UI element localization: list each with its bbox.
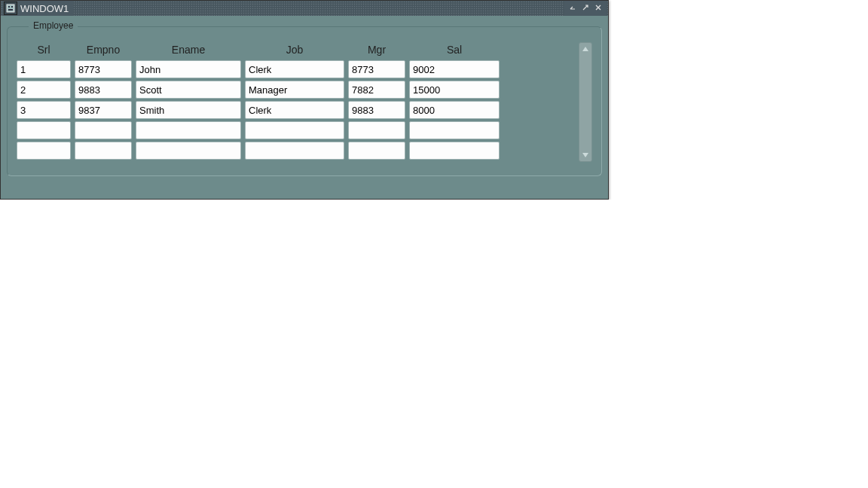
table-row — [17, 81, 574, 99]
mgr-input[interactable] — [348, 81, 405, 99]
sal-input[interactable] — [409, 81, 500, 99]
mgr-input[interactable] — [348, 60, 405, 78]
close-icon[interactable] — [593, 3, 604, 14]
empno-input[interactable] — [75, 142, 132, 160]
sal-input[interactable] — [409, 142, 500, 160]
window-body: Employee Srl Empno Ename Job Mgr Sal — [1, 16, 608, 199]
employee-fieldset: Employee Srl Empno Ename Job Mgr Sal — [7, 26, 602, 176]
sal-input[interactable] — [409, 60, 500, 78]
maximize-icon[interactable] — [580, 3, 591, 14]
fieldset-legend: Employee — [29, 20, 78, 31]
table-row — [17, 101, 574, 119]
empno-input[interactable] — [75, 101, 132, 119]
mgr-input[interactable] — [348, 142, 405, 160]
job-input[interactable] — [245, 121, 344, 139]
job-input[interactable] — [245, 81, 344, 99]
ename-input[interactable] — [136, 142, 241, 160]
window-title: WINDOW1 — [20, 3, 69, 14]
window: WINDOW1 Employee Srl Empno Ename — [0, 0, 609, 200]
ename-input[interactable] — [136, 81, 241, 99]
empno-input[interactable] — [75, 81, 132, 99]
col-header-mgr: Mgr — [348, 42, 405, 57]
srl-input[interactable] — [17, 121, 71, 139]
employee-table: Srl Empno Ename Job Mgr Sal — [17, 42, 574, 162]
job-input[interactable] — [245, 101, 344, 119]
table-row — [17, 60, 574, 78]
col-header-srl: Srl — [17, 42, 71, 57]
table-row — [17, 142, 574, 160]
svg-rect-3 — [8, 9, 13, 11]
srl-input[interactable] — [17, 142, 71, 160]
ename-input[interactable] — [136, 101, 241, 119]
svg-rect-2 — [11, 6, 13, 8]
col-header-empno: Empno — [75, 42, 132, 57]
app-icon — [4, 2, 17, 15]
svg-rect-1 — [8, 6, 10, 8]
srl-input[interactable] — [17, 101, 71, 119]
job-input[interactable] — [245, 60, 344, 78]
srl-input[interactable] — [17, 81, 71, 99]
srl-input[interactable] — [17, 60, 71, 78]
titlebar[interactable]: WINDOW1 — [1, 1, 608, 16]
minimize-icon[interactable] — [567, 3, 578, 14]
vertical-scrollbar[interactable] — [579, 42, 592, 162]
scroll-down-icon[interactable] — [579, 149, 591, 161]
col-header-job: Job — [245, 42, 344, 57]
table-header-row: Srl Empno Ename Job Mgr Sal — [17, 42, 574, 57]
svg-rect-0 — [7, 5, 14, 12]
empno-input[interactable] — [75, 121, 132, 139]
table-row — [17, 121, 574, 139]
ename-input[interactable] — [136, 121, 241, 139]
col-header-sal: Sal — [409, 42, 500, 57]
sal-input[interactable] — [409, 121, 500, 139]
job-input[interactable] — [245, 142, 344, 160]
empno-input[interactable] — [75, 60, 132, 78]
scrollbar-track[interactable] — [579, 55, 591, 149]
sal-input[interactable] — [409, 101, 500, 119]
scroll-up-icon[interactable] — [579, 43, 591, 55]
mgr-input[interactable] — [348, 101, 405, 119]
ename-input[interactable] — [136, 60, 241, 78]
col-header-ename: Ename — [136, 42, 241, 57]
mgr-input[interactable] — [348, 121, 405, 139]
